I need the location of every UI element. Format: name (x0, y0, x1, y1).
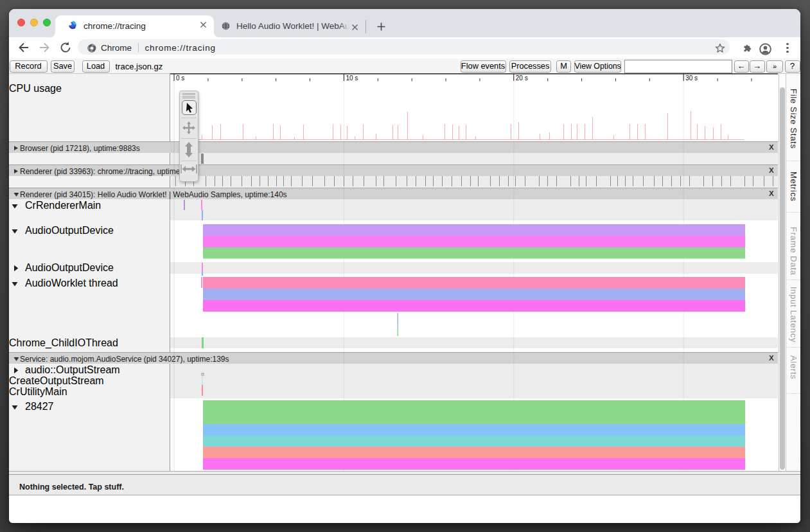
svg-text:30 s: 30 s (685, 75, 698, 82)
svg-text:0 s: 0 s (176, 75, 184, 82)
svg-text:10 s: 10 s (346, 75, 358, 82)
svg-text:20 s: 20 s (516, 75, 528, 82)
